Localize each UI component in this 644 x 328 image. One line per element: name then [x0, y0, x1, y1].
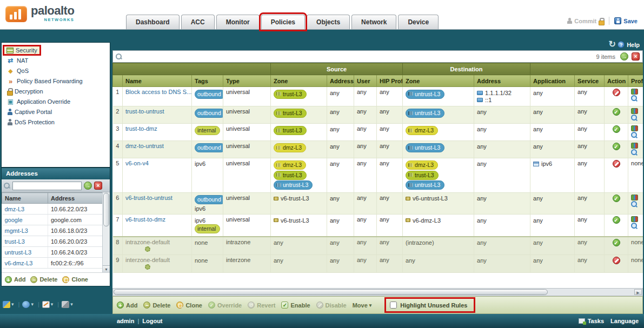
- allow-icon[interactable]: [613, 195, 620, 202]
- tag-badge[interactable]: outbound: [195, 90, 223, 99]
- globe-menu-button[interactable]: ▾: [22, 301, 35, 308]
- deny-icon[interactable]: [613, 160, 620, 168]
- addresses-scrollbar[interactable]: ▼: [102, 192, 110, 272]
- rule-name-link[interactable]: dmz-to-untrust: [125, 143, 164, 149]
- rule-row[interactable]: 4dmz-to-untrustoutbounduniversaldmz-L3an…: [113, 140, 643, 158]
- tag-badge[interactable]: outbound: [195, 195, 223, 204]
- column-header-application[interactable]: Application: [530, 75, 575, 87]
- override-button[interactable]: Override: [208, 302, 242, 309]
- column-header-zone[interactable]: Zone: [403, 75, 474, 87]
- tab-network[interactable]: Network: [351, 15, 396, 29]
- rule-name-link[interactable]: v6-trust-to-dmz: [125, 216, 165, 223]
- magnifier-icon[interactable]: [631, 132, 638, 139]
- revert-button[interactable]: Revert: [248, 302, 275, 309]
- address-row[interactable]: v6-dmz-L3fc00:2:6::/96: [2, 258, 103, 269]
- save-button[interactable]: Save: [614, 17, 638, 24]
- allow-icon[interactable]: [613, 108, 620, 116]
- column-header-type[interactable]: Type: [223, 75, 271, 87]
- delete-button[interactable]: Delete: [30, 276, 57, 283]
- rule-name-link[interactable]: interzone-default: [125, 257, 170, 263]
- tag-badge[interactable]: internal: [195, 126, 220, 135]
- column-header-service[interactable]: Service: [575, 75, 605, 87]
- help-button[interactable]: Help: [618, 41, 640, 48]
- zone-badge[interactable]: dmz-L3: [406, 160, 438, 170]
- tag-badge[interactable]: internal: [195, 224, 220, 233]
- tab-acc[interactable]: ACC: [181, 15, 215, 29]
- address-row[interactable]: mgmt-L310.66.18.0/23: [2, 225, 103, 236]
- zone-badge[interactable]: untrust-L3: [274, 180, 313, 190]
- security-profiles-icon[interactable]: [631, 195, 638, 200]
- enable-button[interactable]: Enable: [281, 302, 310, 309]
- sidebar-item-captive-portal[interactable]: Captive Portal: [2, 107, 110, 117]
- clear-filter-button[interactable]: [632, 52, 640, 61]
- column-header-zone[interactable]: Zone: [271, 75, 327, 87]
- horizontal-scrollbar[interactable]: ▶: [112, 288, 643, 296]
- commit-button[interactable]: Commit: [567, 18, 604, 24]
- address-row[interactable]: googlegoogle.com: [2, 215, 103, 225]
- edit-menu-button[interactable]: ▾: [42, 301, 55, 308]
- rule-row[interactable]: 5v6-on-v4ipv6universaldmz-L3trust-L3untr…: [113, 158, 643, 192]
- address-row[interactable]: dmz-L310.66.22.0/23: [2, 204, 103, 215]
- tools-menu-button[interactable]: ▾: [62, 301, 75, 308]
- tab-device[interactable]: Device: [398, 15, 439, 29]
- sidebar-item-nat[interactable]: NAT: [2, 56, 110, 66]
- rule-row[interactable]: 9interzone-defaultnoneinterzoneanyanyany…: [113, 255, 643, 272]
- highlight-unused-rules-checkbox[interactable]: [390, 302, 397, 309]
- tab-policies[interactable]: Policies: [261, 15, 305, 29]
- rule-name-link[interactable]: trust-to-dmz: [125, 125, 157, 132]
- zone-badge[interactable]: trust-L3: [274, 90, 307, 99]
- security-profiles-icon[interactable]: [631, 108, 638, 114]
- tab-dashboard[interactable]: Dashboard: [126, 15, 180, 29]
- column-header-tags[interactable]: Tags: [192, 75, 223, 87]
- security-profiles-icon[interactable]: [631, 216, 638, 222]
- zone-badge[interactable]: untrust-L3: [406, 143, 444, 152]
- security-profiles-icon[interactable]: [631, 125, 638, 131]
- allow-icon[interactable]: [613, 216, 620, 224]
- column-header-profile[interactable]: Profile: [628, 75, 643, 87]
- gear-icon[interactable]: [145, 264, 150, 270]
- tab-monitor[interactable]: Monitor: [216, 15, 260, 29]
- column-header-address[interactable]: Address: [474, 75, 530, 87]
- language-button[interactable]: Language: [610, 318, 639, 324]
- magnifier-icon[interactable]: [631, 95, 638, 102]
- gear-icon[interactable]: [145, 246, 150, 252]
- deny-icon[interactable]: [613, 89, 620, 96]
- allow-icon[interactable]: [613, 125, 620, 133]
- magnifier-icon[interactable]: [631, 223, 638, 230]
- rule-row[interactable]: 6v6-trust-to-untrustoutboundipv6universa…: [113, 192, 643, 215]
- rule-row[interactable]: 7v6-trust-to-dmzipv6internaluniversalv6-…: [113, 215, 643, 237]
- sidebar-item-security[interactable]: Security: [2, 45, 110, 56]
- tag-badge[interactable]: outbound: [195, 109, 223, 118]
- clone-button[interactable]: Clone: [62, 276, 88, 283]
- add-button[interactable]: Add: [5, 276, 25, 283]
- apply-filter-button[interactable]: [620, 52, 628, 61]
- sidebar-item-decryption[interactable]: Decryption: [2, 86, 110, 97]
- allow-icon[interactable]: [613, 239, 620, 246]
- addresses-search-input[interactable]: [12, 182, 82, 190]
- rule-row[interactable]: 3trust-to-dmzinternaluniversaltrust-L3an…: [113, 123, 643, 140]
- sidebar-item-policy-based-forwarding[interactable]: Policy Based Forwarding: [2, 76, 110, 86]
- magnifier-icon[interactable]: [631, 115, 638, 122]
- zone-badge[interactable]: trust-L3: [274, 109, 307, 118]
- scrollbar-thumb[interactable]: [114, 289, 548, 295]
- clear-filter-button[interactable]: [94, 182, 102, 190]
- delete-button[interactable]: Delete: [143, 302, 170, 309]
- rule-name-link[interactable]: Block access to DNS S...: [125, 89, 191, 95]
- zone-badge[interactable]: dmz-L3: [274, 143, 306, 152]
- refresh-icon[interactable]: ↻: [609, 40, 616, 49]
- apply-filter-button[interactable]: [84, 182, 92, 190]
- rule-row[interactable]: 2trust-to-untrustoutbounduniversaltrust-…: [113, 106, 643, 123]
- column-header-action[interactable]: Action: [605, 75, 628, 87]
- rule-name-link[interactable]: v6-trust-to-untrust: [125, 195, 172, 201]
- magnifier-icon[interactable]: [631, 149, 638, 156]
- highlight-unused-rules-label[interactable]: Highlight Unused Rules: [400, 302, 467, 309]
- zone-badge[interactable]: untrust-L3: [406, 180, 444, 190]
- scroll-down-arrow-icon[interactable]: ▼: [103, 265, 110, 272]
- magnifier-icon[interactable]: [631, 201, 638, 208]
- address-row[interactable]: untrust-L310.66.24.0/23: [2, 247, 103, 258]
- tab-objects[interactable]: Objects: [307, 15, 350, 29]
- allow-icon[interactable]: [613, 143, 620, 150]
- zone-badge[interactable]: dmz-L3: [406, 126, 438, 135]
- column-header-user[interactable]: User: [354, 75, 377, 87]
- column-header-num[interactable]: [113, 75, 123, 87]
